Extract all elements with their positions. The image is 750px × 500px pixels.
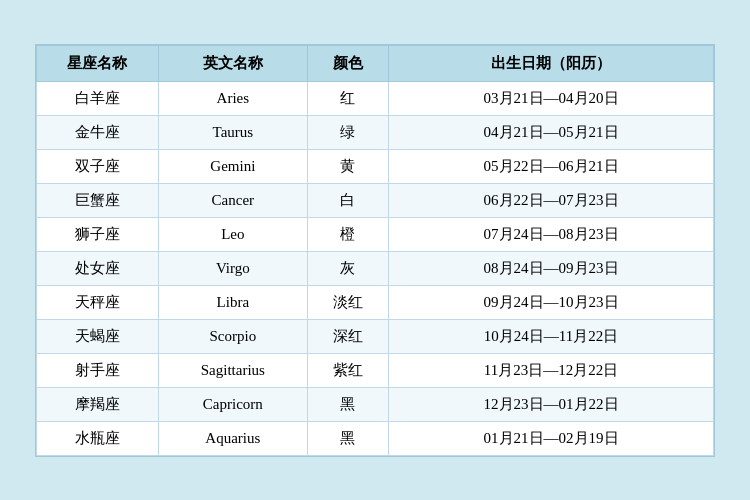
cell-date: 01月21日—02月19日 [389,421,714,455]
cell-color: 红 [307,81,388,115]
cell-color: 黄 [307,149,388,183]
cell-date: 07月24日—08月23日 [389,217,714,251]
cell-date: 05月22日—06月21日 [389,149,714,183]
table-row: 射手座Sagittarius紫红11月23日—12月22日 [37,353,714,387]
cell-date: 03月21日—04月20日 [389,81,714,115]
cell-chinese: 水瓶座 [37,421,159,455]
table-row: 摩羯座Capricorn黑12月23日—01月22日 [37,387,714,421]
cell-chinese: 双子座 [37,149,159,183]
zodiac-table-container: 星座名称 英文名称 颜色 出生日期（阳历） 白羊座Aries红03月21日—04… [35,44,715,457]
cell-color: 灰 [307,251,388,285]
cell-english: Aries [158,81,307,115]
cell-date: 12月23日—01月22日 [389,387,714,421]
cell-color: 白 [307,183,388,217]
cell-english: Sagittarius [158,353,307,387]
header-date: 出生日期（阳历） [389,45,714,81]
cell-chinese: 摩羯座 [37,387,159,421]
cell-date: 08月24日—09月23日 [389,251,714,285]
cell-chinese: 金牛座 [37,115,159,149]
cell-color: 橙 [307,217,388,251]
cell-date: 10月24日—11月22日 [389,319,714,353]
cell-chinese: 狮子座 [37,217,159,251]
cell-english: Cancer [158,183,307,217]
table-row: 金牛座Taurus绿04月21日—05月21日 [37,115,714,149]
cell-english: Scorpio [158,319,307,353]
cell-date: 11月23日—12月22日 [389,353,714,387]
cell-date: 06月22日—07月23日 [389,183,714,217]
table-row: 双子座Gemini黄05月22日—06月21日 [37,149,714,183]
table-row: 狮子座Leo橙07月24日—08月23日 [37,217,714,251]
cell-english: Aquarius [158,421,307,455]
cell-color: 深红 [307,319,388,353]
cell-chinese: 处女座 [37,251,159,285]
cell-english: Virgo [158,251,307,285]
cell-english: Leo [158,217,307,251]
cell-chinese: 天秤座 [37,285,159,319]
header-english: 英文名称 [158,45,307,81]
cell-chinese: 射手座 [37,353,159,387]
cell-date: 04月21日—05月21日 [389,115,714,149]
table-row: 处女座Virgo灰08月24日—09月23日 [37,251,714,285]
header-color: 颜色 [307,45,388,81]
cell-color: 淡红 [307,285,388,319]
table-row: 白羊座Aries红03月21日—04月20日 [37,81,714,115]
cell-color: 黑 [307,421,388,455]
table-body: 白羊座Aries红03月21日—04月20日金牛座Taurus绿04月21日—0… [37,81,714,455]
cell-color: 黑 [307,387,388,421]
cell-color: 紫红 [307,353,388,387]
table-row: 水瓶座Aquarius黑01月21日—02月19日 [37,421,714,455]
zodiac-table: 星座名称 英文名称 颜色 出生日期（阳历） 白羊座Aries红03月21日—04… [36,45,714,456]
cell-english: Gemini [158,149,307,183]
table-row: 巨蟹座Cancer白06月22日—07月23日 [37,183,714,217]
cell-english: Capricorn [158,387,307,421]
cell-chinese: 巨蟹座 [37,183,159,217]
table-header-row: 星座名称 英文名称 颜色 出生日期（阳历） [37,45,714,81]
table-row: 天蝎座Scorpio深红10月24日—11月22日 [37,319,714,353]
table-row: 天秤座Libra淡红09月24日—10月23日 [37,285,714,319]
header-chinese: 星座名称 [37,45,159,81]
cell-chinese: 白羊座 [37,81,159,115]
cell-color: 绿 [307,115,388,149]
cell-chinese: 天蝎座 [37,319,159,353]
cell-date: 09月24日—10月23日 [389,285,714,319]
cell-english: Libra [158,285,307,319]
cell-english: Taurus [158,115,307,149]
